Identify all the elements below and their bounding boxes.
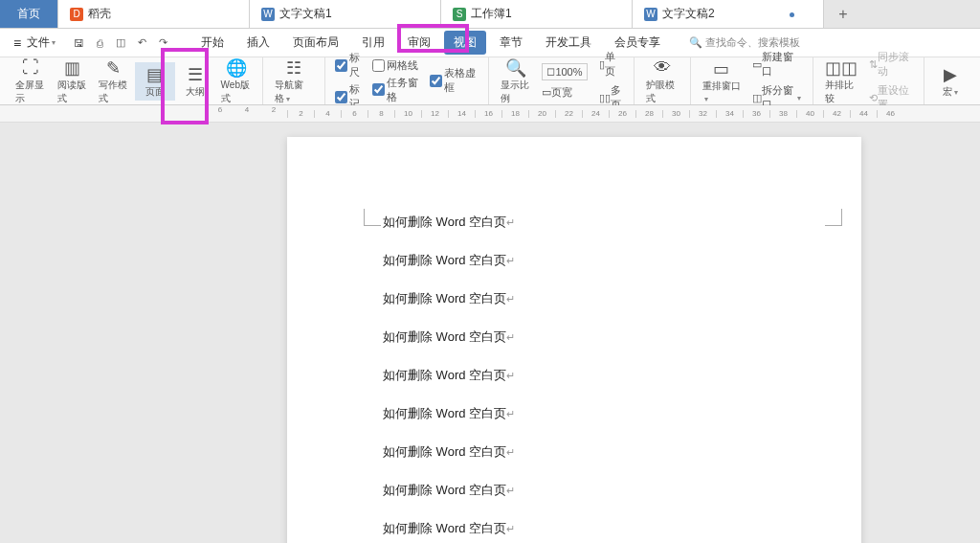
fullscreen-icon: ⛶ <box>22 57 39 79</box>
save-button[interactable]: 🖫 <box>69 34 88 53</box>
preview-button[interactable]: ◫ <box>111 34 130 53</box>
btn-label: 大纲 <box>186 85 205 99</box>
zoom-button[interactable]: 🔍 显示比例 <box>495 56 537 107</box>
menu-tab-insert[interactable]: 插入 <box>237 31 279 55</box>
grid-checkbox[interactable]: 网格线 <box>368 57 425 74</box>
doc-line[interactable]: 如何删除 Word 空白页↵ <box>383 520 766 537</box>
macro-icon: ▶ <box>944 64 957 85</box>
tab-bar: 首页 D 稻壳 W 文字文稿1 S 工作簿1 W 文字文稿2 + <box>0 0 980 29</box>
nav-pane-button[interactable]: ☷ 导航窗格▾ <box>269 56 318 107</box>
page[interactable]: 如何删除 Word 空白页↵如何删除 Word 空白页↵如何删除 Word 空白… <box>287 137 861 543</box>
menu-tab-chapter[interactable]: 章节 <box>490 31 532 55</box>
compare-button[interactable]: ◫◫ 并排比较 <box>819 56 864 107</box>
paragraph-mark-icon: ↵ <box>506 331 515 343</box>
zoom-group: 🔍 显示比例 ◻ 100% ▭ 页宽 ▯ 单页 ▯▯ 多页 <box>489 57 635 104</box>
eye-care-button[interactable]: 👁 护眼模式 <box>640 56 684 107</box>
btn-label: Web版式 <box>221 79 252 105</box>
reading-button[interactable]: ▥ 阅读版式 <box>52 56 94 107</box>
page-width-button[interactable]: ▭ 页宽 <box>536 83 592 102</box>
ruler[interactable]: 642 246810121416182022242628303234363840… <box>0 105 980 123</box>
paragraph-mark-icon: ↵ <box>506 255 515 266</box>
menu-tab-devtools[interactable]: 开发工具 <box>536 31 601 55</box>
writing-button[interactable]: ✎ 写作模式 <box>93 56 135 107</box>
nav-group: ☷ 导航窗格▾ <box>263 57 324 104</box>
fullscreen-button[interactable]: ⛶ 全屏显示 <box>10 56 52 107</box>
tab-label: 工作簿1 <box>471 6 512 22</box>
doc-line[interactable]: 如何删除 Word 空白页↵ <box>383 290 766 307</box>
doc-line[interactable]: 如何删除 Word 空白页↵ <box>383 367 766 384</box>
ribbon: ⛶ 全屏显示 ▥ 阅读版式 ✎ 写作模式 ▤ 页面 ☰ 大纲 🌐 Web版式 ☷… <box>0 57 980 105</box>
tab-sheet1[interactable]: S 工作簿1 <box>441 0 633 28</box>
docer-icon: D <box>70 8 83 21</box>
menu-bar: ≡ 文件 ▾ 🖫 ⎙ ◫ ↶ ↷ 开始 插入 页面布局 引用 审阅 视图 章节 … <box>0 29 980 57</box>
tab-label: 文字文稿1 <box>279 6 332 22</box>
tab-label: 稻壳 <box>88 6 111 22</box>
tab-label: 文字文稿2 <box>662 6 715 22</box>
magnifier-icon: 🔍 <box>505 57 526 79</box>
menu-tab-review[interactable]: 审阅 <box>398 31 440 55</box>
sheet-icon: S <box>453 8 466 21</box>
page-icon: ▤ <box>146 64 163 85</box>
book-icon: ▥ <box>64 57 80 79</box>
paragraph-mark-icon: ↵ <box>506 408 515 419</box>
outline-icon: ☰ <box>188 64 203 85</box>
btn-label: 导航窗格▾ <box>275 79 312 105</box>
show-group: 标尺 标记 网格线 任务窗格 表格虚框 <box>325 57 489 104</box>
word-icon: W <box>261 8 275 21</box>
paragraph-mark-icon: ↵ <box>506 523 515 534</box>
search-icon: 🔍 <box>689 36 702 49</box>
paragraph-mark-icon: ↵ <box>506 370 515 381</box>
doc-line[interactable]: 如何删除 Word 空白页↵ <box>383 328 766 346</box>
doc-line[interactable]: 如何删除 Word 空白页↵ <box>383 443 766 461</box>
doc-line[interactable]: 如何删除 Word 空白页↵ <box>383 252 766 269</box>
quick-access: 🖫 ⎙ ◫ ↶ ↷ <box>69 34 172 53</box>
doc-line[interactable]: 如何删除 Word 空白页↵ <box>383 405 766 422</box>
word-icon: W <box>644 8 657 21</box>
tab-home[interactable]: 首页 <box>0 0 58 28</box>
paragraph-mark-icon: ↵ <box>506 485 515 496</box>
window-group: ▭ 重排窗口▾ ▭ 新建窗口 ◫ 拆分窗口▾ <box>691 57 813 104</box>
print-button[interactable]: ⎙ <box>90 34 109 53</box>
menu-tab-start[interactable]: 开始 <box>191 31 234 55</box>
btn-label: 全屏显示 <box>15 79 46 105</box>
compare-icon: ◫◫ <box>825 57 858 79</box>
compare-group: ◫◫ 并排比较 ⇅ 同步滚动 ⟲ 重设位置 <box>813 57 924 104</box>
file-label: 文件 <box>27 34 50 51</box>
document-area: 如何删除 Word 空白页↵如何删除 Word 空白页↵如何删除 Word 空白… <box>0 123 980 543</box>
tab-docer[interactable]: D 稻壳 <box>58 0 250 28</box>
new-window-button[interactable]: ▭ 新建窗口 <box>746 48 807 80</box>
eye-icon: 👁 <box>654 57 671 79</box>
margin-corner-tr-icon <box>825 209 842 226</box>
rearrange-window-button[interactable]: ▭ 重排窗口▾ <box>697 57 746 105</box>
page-view-button[interactable]: ▤ 页面 <box>135 62 175 101</box>
macro-button[interactable]: ▶ 宏▾ <box>930 62 970 101</box>
file-menu[interactable]: ≡ 文件 ▾ <box>6 34 63 51</box>
margin-corner-tl-icon <box>364 209 381 226</box>
redo-button[interactable]: ↷ <box>153 34 172 53</box>
tab-add-button[interactable]: + <box>824 0 862 28</box>
btn-label: 并排比较 <box>825 79 858 105</box>
view-modes-group: ⛶ 全屏显示 ▥ 阅读版式 ✎ 写作模式 ▤ 页面 ☰ 大纲 🌐 Web版式 <box>4 57 263 104</box>
btn-label: 显示比例 <box>501 79 531 105</box>
tab-doc2[interactable]: W 文字文稿2 <box>633 0 824 28</box>
macro-group: ▶ 宏▾ <box>924 57 976 104</box>
btn-label: 页面 <box>145 85 165 99</box>
tab-doc1[interactable]: W 文字文稿1 <box>250 0 441 28</box>
btn-label: 阅读版式 <box>57 79 88 105</box>
task-checkbox[interactable]: 任务窗格 <box>368 75 425 105</box>
zoom-value[interactable]: ◻ 100% <box>536 61 592 82</box>
chevron-down-icon: ▾ <box>52 38 56 47</box>
doc-line[interactable]: 如何删除 Word 空白页↵ <box>383 214 766 231</box>
undo-button[interactable]: ↶ <box>132 34 151 53</box>
menu-tab-view[interactable]: 视图 <box>444 31 486 55</box>
ruler-checkbox[interactable]: 标尺 <box>331 50 369 80</box>
btn-label: 重排窗口▾ <box>702 79 741 103</box>
table-vg-checkbox[interactable]: 表格虚框 <box>426 65 482 96</box>
web-view-button[interactable]: 🌐 Web版式 <box>215 56 257 107</box>
outline-button[interactable]: ☰ 大纲 <box>175 62 215 101</box>
single-page-button[interactable]: ▯ 单页 <box>593 48 628 80</box>
paragraph-mark-icon: ↵ <box>506 446 515 458</box>
paragraph-mark-icon: ↵ <box>506 293 515 305</box>
doc-line[interactable]: 如何删除 Word 空白页↵ <box>383 482 766 499</box>
globe-icon: 🌐 <box>226 57 247 79</box>
